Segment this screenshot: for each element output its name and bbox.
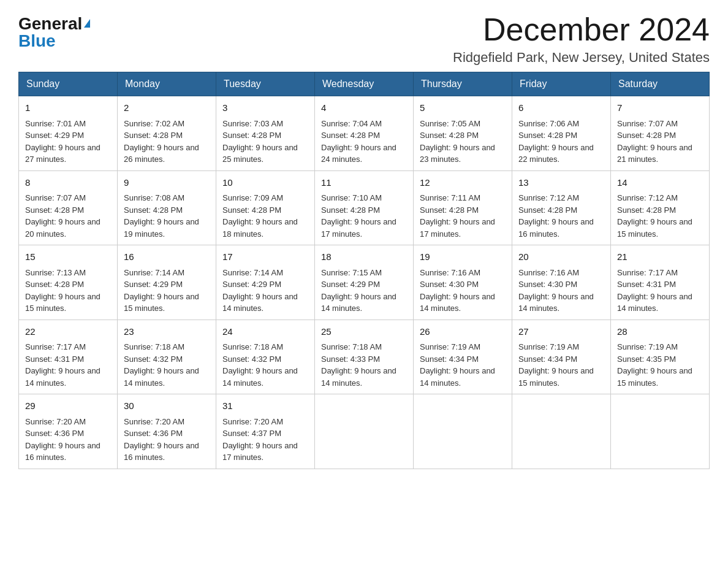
week-row-2: 8Sunrise: 7:07 AMSunset: 4:28 PMDaylight… — [19, 170, 710, 245]
week-row-3: 15Sunrise: 7:13 AMSunset: 4:28 PMDayligh… — [19, 245, 710, 320]
day-number: 13 — [518, 176, 604, 190]
sunrise-text: Sunrise: 7:17 AM — [25, 342, 86, 351]
calendar-cell — [414, 394, 512, 469]
logo: General Blue — [18, 12, 90, 50]
logo-blue: Blue — [18, 33, 56, 50]
sunrise-text: Sunrise: 7:10 AM — [321, 193, 382, 202]
day-number: 30 — [124, 399, 210, 413]
sunrise-text: Sunrise: 7:12 AM — [617, 193, 678, 202]
sunrise-text: Sunrise: 7:16 AM — [518, 268, 579, 277]
daylight-text: Daylight: 9 hours and 22 minutes. — [518, 143, 594, 164]
sunrise-text: Sunrise: 7:16 AM — [420, 268, 480, 277]
weekday-header-saturday: Saturday — [611, 72, 710, 96]
daylight-text: Daylight: 9 hours and 21 minutes. — [617, 143, 692, 164]
sunrise-text: Sunrise: 7:20 AM — [25, 417, 86, 426]
sunset-text: Sunset: 4:28 PM — [222, 205, 281, 215]
sunset-text: Sunset: 4:28 PM — [518, 205, 577, 215]
daylight-text: Daylight: 9 hours and 14 minutes. — [222, 292, 298, 313]
sunset-text: Sunset: 4:34 PM — [518, 354, 577, 364]
day-number: 15 — [25, 250, 111, 264]
sunset-text: Sunset: 4:28 PM — [124, 205, 183, 215]
sunrise-text: Sunrise: 7:01 AM — [25, 119, 86, 128]
day-number: 22 — [25, 325, 111, 339]
sunrise-text: Sunrise: 7:11 AM — [420, 193, 480, 202]
daylight-text: Daylight: 9 hours and 19 minutes. — [124, 217, 199, 239]
weekday-header-sunday: Sunday — [19, 72, 118, 96]
daylight-text: Daylight: 9 hours and 14 minutes. — [518, 292, 594, 313]
calendar-cell: 10Sunrise: 7:09 AMSunset: 4:28 PMDayligh… — [216, 170, 315, 245]
calendar-cell: 7Sunrise: 7:07 AMSunset: 4:28 PMDaylight… — [611, 96, 710, 171]
calendar-cell: 29Sunrise: 7:20 AMSunset: 4:36 PMDayligh… — [19, 394, 118, 469]
sunset-text: Sunset: 4:28 PM — [617, 131, 676, 140]
calendar-cell: 30Sunrise: 7:20 AMSunset: 4:36 PMDayligh… — [118, 394, 216, 469]
sunset-text: Sunset: 4:29 PM — [222, 280, 281, 289]
day-number: 21 — [617, 250, 703, 264]
calendar-cell: 16Sunrise: 7:14 AMSunset: 4:29 PMDayligh… — [118, 245, 216, 320]
daylight-text: Daylight: 9 hours and 14 minutes. — [222, 366, 298, 388]
sunset-text: Sunset: 4:28 PM — [25, 205, 84, 215]
calendar-cell: 3Sunrise: 7:03 AMSunset: 4:28 PMDaylight… — [216, 96, 315, 171]
page-header: General Blue December 2024 Ridgefield Pa… — [18, 12, 710, 66]
daylight-text: Daylight: 9 hours and 14 minutes. — [420, 292, 495, 313]
sunset-text: Sunset: 4:28 PM — [321, 131, 380, 140]
daylight-text: Daylight: 9 hours and 25 minutes. — [222, 143, 298, 164]
daylight-text: Daylight: 9 hours and 24 minutes. — [321, 143, 396, 164]
day-number: 19 — [420, 250, 506, 264]
daylight-text: Daylight: 9 hours and 15 minutes. — [518, 366, 594, 388]
week-row-4: 22Sunrise: 7:17 AMSunset: 4:31 PMDayligh… — [19, 320, 710, 394]
sunset-text: Sunset: 4:28 PM — [617, 205, 676, 215]
daylight-text: Daylight: 9 hours and 14 minutes. — [420, 366, 495, 388]
sunset-text: Sunset: 4:29 PM — [321, 280, 380, 289]
sunrise-text: Sunrise: 7:19 AM — [518, 342, 579, 351]
title-section: December 2024 Ridgefield Park, New Jerse… — [453, 12, 710, 66]
calendar-cell: 13Sunrise: 7:12 AMSunset: 4:28 PMDayligh… — [512, 170, 611, 245]
day-number: 20 — [518, 250, 604, 264]
calendar-cell: 1Sunrise: 7:01 AMSunset: 4:29 PMDaylight… — [19, 96, 118, 171]
sunset-text: Sunset: 4:28 PM — [321, 205, 380, 215]
calendar-cell: 23Sunrise: 7:18 AMSunset: 4:32 PMDayligh… — [118, 320, 216, 394]
calendar-cell: 25Sunrise: 7:18 AMSunset: 4:33 PMDayligh… — [315, 320, 414, 394]
calendar-cell: 12Sunrise: 7:11 AMSunset: 4:28 PMDayligh… — [414, 170, 512, 245]
week-row-5: 29Sunrise: 7:20 AMSunset: 4:36 PMDayligh… — [19, 394, 710, 469]
month-title: December 2024 — [453, 12, 710, 47]
sunrise-text: Sunrise: 7:19 AM — [617, 342, 678, 351]
sunrise-text: Sunrise: 7:19 AM — [420, 342, 480, 351]
weekday-header-wednesday: Wednesday — [315, 72, 414, 96]
calendar-cell: 5Sunrise: 7:05 AMSunset: 4:28 PMDaylight… — [414, 96, 512, 171]
daylight-text: Daylight: 9 hours and 20 minutes. — [25, 217, 100, 239]
day-number: 16 — [124, 250, 210, 264]
calendar-cell: 9Sunrise: 7:08 AMSunset: 4:28 PMDaylight… — [118, 170, 216, 245]
weekday-header-monday: Monday — [118, 72, 216, 96]
daylight-text: Daylight: 9 hours and 15 minutes. — [617, 217, 692, 239]
sunrise-text: Sunrise: 7:13 AM — [25, 268, 86, 277]
sunset-text: Sunset: 4:28 PM — [124, 131, 183, 140]
calendar-cell: 11Sunrise: 7:10 AMSunset: 4:28 PMDayligh… — [315, 170, 414, 245]
sunset-text: Sunset: 4:34 PM — [420, 354, 479, 364]
daylight-text: Daylight: 9 hours and 15 minutes. — [617, 366, 692, 388]
day-number: 25 — [321, 325, 407, 339]
calendar-cell: 15Sunrise: 7:13 AMSunset: 4:28 PMDayligh… — [19, 245, 118, 320]
sunrise-text: Sunrise: 7:18 AM — [222, 342, 283, 351]
sunset-text: Sunset: 4:32 PM — [124, 354, 183, 364]
sunset-text: Sunset: 4:31 PM — [617, 280, 676, 289]
day-number: 24 — [222, 325, 308, 339]
sunrise-text: Sunrise: 7:04 AM — [321, 119, 382, 128]
sunrise-text: Sunrise: 7:14 AM — [222, 268, 283, 277]
calendar-cell: 6Sunrise: 7:06 AMSunset: 4:28 PMDaylight… — [512, 96, 611, 171]
day-number: 31 — [222, 399, 308, 413]
calendar-cell — [512, 394, 611, 469]
calendar-header-row: SundayMondayTuesdayWednesdayThursdayFrid… — [19, 72, 710, 96]
calendar-table: SundayMondayTuesdayWednesdayThursdayFrid… — [18, 72, 710, 469]
daylight-text: Daylight: 9 hours and 14 minutes. — [321, 366, 396, 388]
day-number: 14 — [617, 176, 703, 190]
daylight-text: Daylight: 9 hours and 14 minutes. — [617, 292, 692, 313]
weekday-header-thursday: Thursday — [414, 72, 512, 96]
sunset-text: Sunset: 4:30 PM — [518, 280, 577, 289]
calendar-cell: 20Sunrise: 7:16 AMSunset: 4:30 PMDayligh… — [512, 245, 611, 320]
day-number: 6 — [518, 101, 604, 115]
day-number: 23 — [124, 325, 210, 339]
daylight-text: Daylight: 9 hours and 26 minutes. — [124, 143, 199, 164]
calendar-cell: 28Sunrise: 7:19 AMSunset: 4:35 PMDayligh… — [611, 320, 710, 394]
calendar-cell: 21Sunrise: 7:17 AMSunset: 4:31 PMDayligh… — [611, 245, 710, 320]
weekday-header-tuesday: Tuesday — [216, 72, 315, 96]
